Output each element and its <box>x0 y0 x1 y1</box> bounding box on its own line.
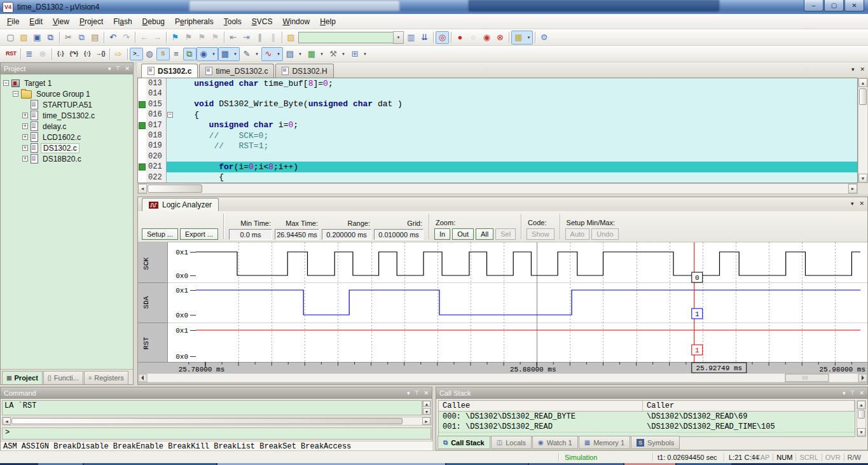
disassembly-window-button[interactable]: ◍ <box>143 48 156 60</box>
la-zoom-out-button[interactable]: Out <box>452 228 474 240</box>
scroll-up-arrow[interactable]: ▲ <box>857 401 865 409</box>
tab-ds1302-h[interactable]: DS1302.H <box>275 64 333 78</box>
bookmark-toggle-button[interactable]: ⚑ <box>169 31 182 44</box>
project-pin-icon[interactable]: ⊤ <box>116 66 121 72</box>
expand-icon[interactable]: + <box>22 113 28 118</box>
command-vertical-scrollbar[interactable]: ▲ ▼ <box>422 400 431 415</box>
menu-tools[interactable]: Tools <box>219 15 247 28</box>
la-field-range[interactable]: 0.200000 ms <box>322 229 371 240</box>
memory-window-button[interactable]: ▦ <box>219 48 232 60</box>
bookmark-clear-button[interactable]: ⚑ <box>209 31 222 44</box>
command-horizontal-scrollbar[interactable]: ◄ ► <box>2 417 431 426</box>
search-combo[interactable] <box>298 32 393 43</box>
editor-horizontal-scrollbar[interactable]: ◄ ► <box>137 183 858 194</box>
window-layout-button[interactable]: ⊞ <box>348 48 362 60</box>
navigate-forward-button[interactable]: → <box>151 31 164 44</box>
la-zoom-in-button[interactable]: In <box>434 228 450 240</box>
tree-item-ds18b20-c[interactable]: +DS18B20.c <box>1 153 133 164</box>
indent-more-button[interactable]: ⇥ <box>240 31 253 44</box>
fold-collapse-icon[interactable]: − <box>167 112 173 118</box>
scroll-right-arrow[interactable]: ► <box>422 417 431 425</box>
tree-item-lcd1602-c[interactable]: +LCD1602.c <box>1 132 133 142</box>
debug-settings-button[interactable]: ⚒ <box>327 48 340 60</box>
panel-tab-registers[interactable]: ≡Registers <box>84 371 128 384</box>
code-editor[interactable]: 013 unsigned char time_buf[8]=0;014015 v… <box>137 78 858 183</box>
call-stack-menu-icon[interactable]: ▾ <box>843 390 846 396</box>
panel-tab-project[interactable]: ▦Project <box>2 371 43 384</box>
la-setup-button[interactable]: Setup ... <box>142 228 178 240</box>
expand-icon[interactable]: + <box>22 123 28 129</box>
scroll-down-arrow[interactable]: ▼ <box>857 428 865 436</box>
tree-item-startup-a51[interactable]: STARTUP.A51 <box>1 99 133 110</box>
step-over-button[interactable]: {↷} <box>67 48 81 60</box>
registers-window-button[interactable]: ≡ <box>170 48 183 60</box>
new-file-button[interactable]: ▢ <box>4 31 17 44</box>
code-text[interactable] <box>167 88 857 99</box>
symbols-window-button[interactable]: S <box>156 48 170 60</box>
expand-icon[interactable]: + <box>22 134 28 140</box>
la-minmax-auto-button[interactable]: Auto <box>565 228 590 240</box>
bookmark-next-button[interactable]: ⚑ <box>182 31 195 44</box>
tree-item-source-group-1[interactable]: −Source Group 1 <box>1 88 133 99</box>
copy-button[interactable]: ⧉ <box>75 31 88 44</box>
tree-item-target-1[interactable]: −Target 1 <box>1 78 133 88</box>
breakpoint-toggle-button[interactable]: ● <box>453 31 467 44</box>
run-button[interactable]: ≣ <box>23 48 36 60</box>
save-button[interactable]: ▣ <box>31 31 44 44</box>
waveform-scrollbar[interactable] <box>138 373 867 382</box>
column-header-caller[interactable]: Caller <box>643 401 855 412</box>
tab-locals[interactable]: ◫Locals <box>491 436 532 449</box>
la-field-grid[interactable]: 0.010000 ms <box>374 229 424 240</box>
la-code-show-button[interactable]: Show <box>527 228 555 240</box>
menu-project[interactable]: Project <box>74 15 108 28</box>
toolbox-button[interactable]: ▦ <box>305 48 319 60</box>
redo-button[interactable]: ↷ <box>120 31 133 44</box>
undo-button[interactable]: ↶ <box>106 31 120 44</box>
project-menu-icon[interactable]: ▾ <box>108 66 111 72</box>
scroll-left-arrow[interactable]: ◄ <box>138 184 147 193</box>
scroll-thumb[interactable] <box>858 410 865 419</box>
pane-menu-icon[interactable]: ▾ <box>851 200 854 207</box>
navigate-back-button[interactable]: ← <box>137 31 151 44</box>
indent-less-button[interactable]: ⇤ <box>226 31 240 44</box>
scroll-down-arrow[interactable]: ▼ <box>858 174 867 183</box>
command-pin-icon[interactable]: ⊤ <box>415 390 420 396</box>
run-to-cursor-button[interactable]: →{} <box>94 48 107 60</box>
tree-item-ds1302-c[interactable]: +DS1302.c <box>1 142 133 153</box>
menu-debug[interactable]: Debug <box>137 15 170 28</box>
call-stack-row[interactable]: 000: \DS1302\DS1302_READ_BYTE\DS1302\DS1… <box>439 412 855 422</box>
menu-svcs[interactable]: SVCS <box>247 15 278 28</box>
tab-memory-1[interactable]: ▦Memory 1 <box>579 436 630 449</box>
code-text[interactable]: void DS1302_Write_Byte(unsigned char dat… <box>167 99 857 109</box>
scroll-up-arrow[interactable]: ▲ <box>858 78 867 87</box>
menu-edit[interactable]: Edit <box>24 15 48 28</box>
incremental-find-button[interactable]: ⇊ <box>418 31 431 44</box>
expand-icon[interactable]: + <box>22 156 28 162</box>
menu-window[interactable]: Window <box>277 15 315 28</box>
pane-close-icon[interactable]: ✕ <box>859 200 864 207</box>
panel-tab-functi[interactable]: {}Functi... <box>43 371 83 384</box>
system-viewer-button-dropdown-icon[interactable]: ▾ <box>297 48 304 60</box>
scroll-left-arrow[interactable]: ◄ <box>3 417 11 425</box>
collapse-icon[interactable]: − <box>13 91 18 97</box>
command-history[interactable]: LA `RST <box>2 400 422 415</box>
save-all-button[interactable]: ⧉ <box>44 31 57 44</box>
breakpoint-disable-button[interactable]: ○ <box>467 31 480 44</box>
code-text[interactable]: unsigned char i=0; <box>167 120 857 130</box>
close-button[interactable]: ✕ <box>844 0 864 11</box>
tab-call-stack[interactable]: ⧉Call Stack <box>437 436 490 449</box>
code-text[interactable]: // RST=1; <box>167 141 857 151</box>
scroll-thumb[interactable] <box>148 184 202 193</box>
tab-time-ds1302-c[interactable]: time_DS1302.c <box>199 64 274 78</box>
scroll-up-arrow[interactable]: ▲ <box>423 401 431 407</box>
window-layout-button-dropdown-icon[interactable]: ▾ <box>362 48 369 60</box>
command-close-icon[interactable]: ✕ <box>424 390 429 396</box>
tab-logic-analyzer[interactable]: Logic Analyzer <box>142 198 219 211</box>
cut-button[interactable]: ✂ <box>62 31 75 44</box>
find-in-files-button[interactable]: ▥ <box>404 31 418 44</box>
callstack-window-button[interactable]: ⧉ <box>183 48 196 60</box>
la-minmax-undo-button[interactable]: Undo <box>591 228 618 240</box>
code-text[interactable] <box>167 151 857 162</box>
code-text[interactable]: for(i=0;i<8;i++) <box>167 162 857 172</box>
call-stack-pin-icon[interactable]: ⊤ <box>850 390 855 396</box>
